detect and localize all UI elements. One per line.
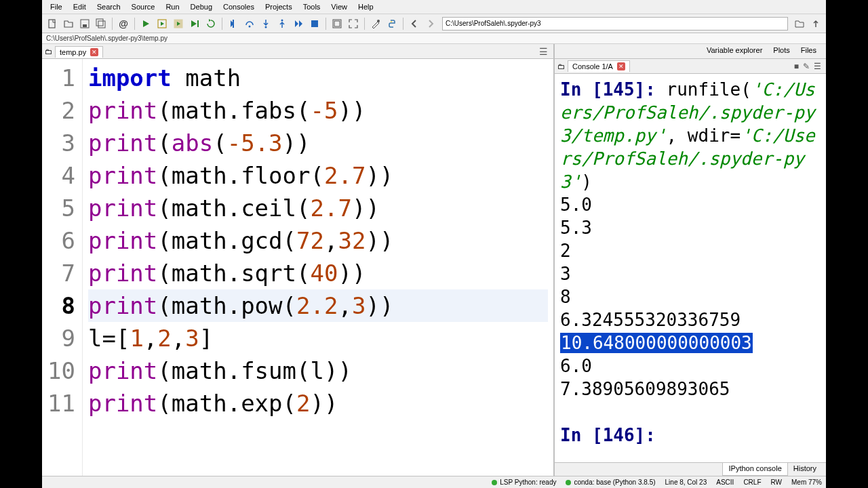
main-toolbar: @	[42, 14, 826, 33]
menu-search[interactable]: Search	[92, 1, 126, 12]
python-path-button[interactable]	[384, 16, 399, 31]
editor-tab-bar: 🗀 temp.py ✕ ☰	[42, 44, 553, 59]
menubar: File Edit Search Source Run Debug Consol…	[42, 0, 826, 14]
tab-label: temp.py	[60, 48, 86, 56]
rerun-button[interactable]	[203, 16, 218, 31]
run-file-button[interactable]	[138, 16, 153, 31]
svg-rect-7	[197, 20, 199, 27]
close-console-icon[interactable]: ✕	[617, 62, 625, 70]
file-path-bar: C:\Users\ProfSaleh\.spyder-py3\temp.py	[42, 33, 826, 44]
new-file-button[interactable]	[45, 16, 60, 31]
menu-edit[interactable]: Edit	[68, 1, 92, 12]
maximize-button[interactable]	[330, 16, 344, 31]
status-lsp: LSP Python: ready	[492, 479, 556, 486]
svg-point-15	[377, 20, 380, 22]
run-selection-button[interactable]	[187, 16, 202, 31]
continue-button[interactable]	[291, 16, 306, 31]
stop-kernel-icon[interactable]: ■	[792, 62, 801, 71]
svg-rect-12	[311, 20, 318, 27]
svg-rect-2	[83, 24, 87, 27]
browse-dir-button[interactable]	[792, 16, 807, 31]
svg-point-16	[391, 21, 392, 22]
console-tab[interactable]: Console 1/A ✕	[568, 60, 630, 72]
ipython-console[interactable]: In [145]: runfile('C:/Users/ProfSaleh/.s…	[555, 74, 826, 462]
menu-file[interactable]: File	[45, 1, 68, 12]
menu-consoles[interactable]: Consoles	[218, 1, 260, 12]
menu-tools[interactable]: Tools	[298, 1, 326, 12]
svg-rect-3	[96, 19, 103, 26]
tab-variable-explorer[interactable]: Variable explorer	[701, 44, 768, 58]
tab-files[interactable]: Files	[795, 44, 822, 58]
status-position: Line 8, Col 23	[665, 479, 707, 486]
menu-run[interactable]: Run	[160, 1, 184, 12]
debug-button[interactable]	[226, 16, 241, 31]
status-encoding: ASCII	[716, 479, 734, 486]
menu-projects[interactable]: Projects	[260, 1, 298, 12]
code-editor[interactable]: 1234567891011 import mathprint(math.fabs…	[42, 59, 553, 476]
run-cell-button[interactable]	[155, 16, 170, 31]
status-memory: Mem 77%	[791, 479, 822, 486]
svg-rect-14	[334, 21, 340, 26]
console-bottom-tabs: IPython console History	[555, 462, 826, 476]
svg-point-11	[281, 19, 283, 21]
editor-options-icon[interactable]: ☰	[536, 46, 551, 57]
stop-debug-button[interactable]	[307, 16, 322, 31]
file-browse-icon[interactable]: 🗀	[45, 47, 52, 56]
run-cell-advance-button[interactable]	[171, 16, 186, 31]
working-directory-input[interactable]	[442, 17, 788, 30]
status-rw: RW	[771, 479, 782, 486]
tab-ipython-console[interactable]: IPython console	[722, 463, 787, 476]
spyder-window: File Edit Search Source Run Debug Consol…	[42, 0, 826, 488]
svg-rect-0	[49, 20, 55, 28]
svg-point-10	[265, 26, 267, 28]
menu-view[interactable]: View	[326, 1, 353, 12]
editor-pane: 🗀 temp.py ✕ ☰ 1234567891011 import mathp…	[42, 44, 555, 476]
svg-point-9	[249, 25, 251, 27]
editor-tab-temp[interactable]: temp.py ✕	[55, 46, 103, 58]
close-tab-icon[interactable]: ✕	[90, 48, 98, 56]
clear-console-icon[interactable]: ✎	[801, 62, 812, 71]
fullscreen-button[interactable]	[346, 16, 361, 31]
menu-help[interactable]: Help	[353, 1, 379, 12]
back-button[interactable]	[407, 16, 422, 31]
svg-rect-4	[98, 21, 105, 28]
status-eol: CRLF	[743, 479, 761, 486]
at-button[interactable]: @	[116, 16, 131, 31]
console-tab-label: Console 1/A	[572, 62, 613, 70]
menu-source[interactable]: Source	[126, 1, 161, 12]
right-pane: Variable explorer Plots Files 🗀 Console …	[555, 44, 826, 476]
console-tab-bar: 🗀 Console 1/A ✕ ■ ✎ ☰	[555, 59, 826, 74]
status-conda[interactable]: conda: base (Python 3.8.5)	[566, 479, 655, 486]
open-file-button[interactable]	[61, 16, 76, 31]
preferences-button[interactable]	[368, 16, 383, 31]
forward-button[interactable]	[423, 16, 438, 31]
step-into-button[interactable]	[258, 16, 273, 31]
right-top-tabs: Variable explorer Plots Files	[555, 44, 826, 59]
status-bar: LSP Python: ready conda: base (Python 3.…	[42, 476, 826, 488]
console-options-icon[interactable]: ☰	[812, 62, 823, 71]
save-all-button[interactable]	[94, 16, 108, 31]
menu-debug[interactable]: Debug	[185, 1, 218, 12]
step-over-button[interactable]	[242, 16, 257, 31]
step-out-button[interactable]	[275, 16, 290, 31]
tab-history[interactable]: History	[788, 463, 822, 476]
parent-dir-button[interactable]	[808, 16, 823, 31]
save-button[interactable]	[77, 16, 92, 31]
tab-plots[interactable]: Plots	[768, 44, 795, 58]
console-folder-icon[interactable]: 🗀	[557, 62, 565, 70]
